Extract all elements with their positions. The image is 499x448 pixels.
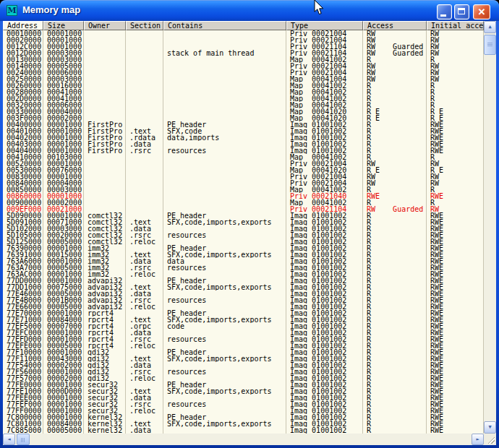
table-row[interactable]: 77F5600000001000gdi32.rsrcresourcesImag … bbox=[3, 369, 484, 375]
cell-owner: comctl32 bbox=[84, 212, 126, 219]
table-row[interactable]: 003F000000002000Map 00041020R ER E bbox=[3, 115, 484, 121]
table-row[interactable]: 0040400000001000FirstPro.rsrcresourcesIm… bbox=[3, 147, 484, 154]
table-row[interactable]: 77DD000000001000advapi32PE headerImag 01… bbox=[3, 277, 484, 284]
scroll-right-button[interactable]: ► bbox=[472, 434, 484, 445]
maximize-button[interactable] bbox=[454, 4, 469, 20]
table-row[interactable]: 7639100000015000imm32.textSFX,code,impor… bbox=[3, 251, 484, 258]
table-row[interactable]: 77EFC00000001000rpcrt4.dataImag 01001002… bbox=[3, 329, 484, 336]
table-row[interactable]: 77FE000000001000secur32PE headerImag 010… bbox=[3, 382, 484, 388]
table-row[interactable]: 0028000000041000Map 00041002RR bbox=[3, 89, 484, 95]
scroll-up-button[interactable]: ▲ bbox=[484, 21, 496, 33]
table-row[interactable]: 0040200000001000FirstPro.rdatadata,impor… bbox=[3, 134, 484, 141]
table-row[interactable]: 0002000000001000Priv 00021004RWRW bbox=[3, 37, 484, 43]
table-row[interactable]: 0040000000001000FirstProPE headerImag 01… bbox=[3, 121, 484, 128]
table-row[interactable]: 77DD100000075000advapi32.textSFX,code,im… bbox=[3, 284, 484, 290]
cell-initial-access: RWE bbox=[427, 336, 484, 343]
table-row[interactable]: 77EF500000007000rpcrt4.orpccodeImag 0100… bbox=[3, 323, 484, 329]
table-row[interactable]: 77FF000000001000secur32.relocImag 010010… bbox=[3, 408, 484, 414]
cell-contains: PE header bbox=[163, 277, 286, 284]
table-row[interactable]: 77E4600000005000advapi32.dataImag 010010… bbox=[3, 290, 484, 297]
column-header-access[interactable]: Access bbox=[363, 21, 427, 30]
column-header-owner[interactable]: Owner bbox=[84, 21, 126, 30]
table-row[interactable]: 009EF00000021000Priv 00021104RW GuardedR… bbox=[3, 206, 484, 212]
table-row[interactable]: 7639000000001000imm32PE headerImag 01001… bbox=[3, 245, 484, 251]
scroll-left-button[interactable]: ◄ bbox=[3, 434, 15, 445]
vertical-scrollbar[interactable]: ▲ ▼ bbox=[484, 21, 496, 434]
memory-map-window-icon[interactable]: M bbox=[7, 5, 17, 16]
table-row[interactable]: 0040100000001000FirstPro.textSFX,codeIma… bbox=[3, 128, 484, 134]
table-row[interactable]: 0012D00000003000stack of main threadPriv… bbox=[3, 50, 484, 56]
table-row[interactable]: 5D12500000005000comctl32.relocImag 01001… bbox=[3, 238, 484, 245]
table-row[interactable]: 77F5400000002000gdi32.dataImag 01001002R… bbox=[3, 362, 484, 369]
table-row[interactable]: 77FEE00000001000secur32.dataImag 0100100… bbox=[3, 395, 484, 401]
table-row[interactable]: 0025000000003000Map 00041004RWRW bbox=[3, 76, 484, 82]
table-row[interactable]: 0013000000003000Map 00041002RR bbox=[3, 56, 484, 63]
table-row[interactable]: 7C88500000005000kernel32.dataImag 010010… bbox=[3, 427, 484, 434]
table-row[interactable]: 7C80000000001000kernel32PE headerImag 01… bbox=[3, 414, 484, 421]
horizontal-scrollbar-thumb[interactable] bbox=[17, 434, 30, 445]
cell-contains bbox=[163, 290, 286, 297]
column-header-contains[interactable]: Contains bbox=[163, 21, 286, 30]
table-row[interactable]: 77EFE00000005000rpcrt4.relocImag 0100100… bbox=[3, 343, 484, 349]
table-row[interactable]: 77F5700000002000gdi32.relocImag 01001002… bbox=[3, 375, 484, 382]
table-row[interactable]: 0086000000001000Priv 00021040RWERWE bbox=[3, 193, 484, 199]
table-row[interactable]: 77E4B0000001B000advapi32.rsrcresourcesIm… bbox=[3, 297, 484, 303]
table-row[interactable]: 0012C00000001000Priv 00021104RW GuardedR… bbox=[3, 43, 484, 50]
vertical-scrollbar-thumb[interactable] bbox=[484, 35, 496, 55]
table-row[interactable]: 0024000000006000Priv 00021004RWRW bbox=[3, 69, 484, 76]
table-row[interactable]: 0053000000076000Map 00041020R ER E bbox=[3, 167, 484, 173]
resize-grip[interactable] bbox=[484, 434, 496, 445]
cell-contains bbox=[163, 193, 286, 199]
table-row[interactable]: 0033000000004000Map 00041020R ER E bbox=[3, 108, 484, 115]
table-row[interactable]: 0014000000005000Priv 00021004RWRW bbox=[3, 63, 484, 69]
table-row[interactable]: 0001000000001000Priv 00021004RWRW bbox=[3, 30, 484, 37]
table-row[interactable]: 77FE10000000D000secur32.textSFX,code,imp… bbox=[3, 388, 484, 395]
table-row[interactable]: 0083000000001000Priv 00021004RWRW bbox=[3, 173, 484, 180]
cell-section bbox=[126, 206, 163, 212]
close-button[interactable]: ✕ bbox=[473, 4, 490, 20]
scroll-down-button[interactable]: ▼ bbox=[484, 421, 496, 434]
table-row[interactable]: 0026000000016000Map 00041002RR bbox=[3, 82, 484, 89]
cell-access: R bbox=[363, 199, 427, 206]
table-row[interactable]: 0032000000006000Map 00041002RR bbox=[3, 102, 484, 108]
table-row[interactable]: 763A700000005000imm32.rsrcresourcesImag … bbox=[3, 264, 484, 271]
cell-access: R bbox=[363, 395, 427, 401]
table-row[interactable]: 7C80100000084000kernel32.textSFX,code,im… bbox=[3, 421, 484, 427]
table-row[interactable]: 763A600000001000imm32.datadataImag 01001… bbox=[3, 258, 484, 264]
table-row[interactable]: 0085000000003000Map 00041002RR bbox=[3, 186, 484, 193]
column-header-size[interactable]: Size bbox=[43, 21, 84, 30]
table-row[interactable]: 5D09000000001000comctl32PE headerImag 01… bbox=[3, 212, 484, 219]
table-row[interactable]: 5D09100000071000comctl32.textSFX,code,im… bbox=[3, 219, 484, 225]
table-row[interactable]: 77F1100000043000gdi32.textSFX,code,impor… bbox=[3, 356, 484, 362]
table-row[interactable]: 0041000000103000Map 00041002RR bbox=[3, 154, 484, 160]
horizontal-scrollbar[interactable]: ◄ ► bbox=[3, 434, 484, 445]
table-row[interactable]: 77FEF00000001000secur32.rsrcresourcesIma… bbox=[3, 401, 484, 408]
column-header-section[interactable]: Section bbox=[126, 21, 163, 30]
table-row[interactable]: 5D10200000003000comctl32.dataImag 010010… bbox=[3, 225, 484, 232]
table-row[interactable]: 77E7000000001000rpcrt4PE headerImag 0100… bbox=[3, 310, 484, 316]
title-bar[interactable]: M Memory map ✕ bbox=[0, 0, 499, 21]
column-header-type[interactable]: Type bbox=[286, 21, 363, 30]
cell-access: R bbox=[363, 336, 427, 343]
table-row[interactable]: 0052000000001000Priv 00021004RWRW bbox=[3, 160, 484, 167]
cell-initial-access: RWE bbox=[427, 245, 484, 251]
table-row[interactable]: 0084000000004000Priv 00021004RWRW bbox=[3, 180, 484, 186]
table-row[interactable]: 002D000000041000Map 00041002RR bbox=[3, 95, 484, 102]
table-row[interactable]: 5D10500000020000comctl32.rsrcresourcesIm… bbox=[3, 232, 484, 238]
table-row[interactable]: 0040300000001000FirstPro.dataImag 010010… bbox=[3, 141, 484, 147]
cell-section: .data bbox=[126, 290, 163, 297]
table-row[interactable]: 77E6600000005000advapi32.relocImag 01001… bbox=[3, 303, 484, 310]
cell-section: .rsrc bbox=[126, 297, 163, 303]
table-row[interactable]: 763AC00000001000imm32.relocImag 01001002… bbox=[3, 271, 484, 277]
cell-size: 00076000 bbox=[43, 167, 84, 173]
table-row[interactable]: 0090000000002000Map 00041002RR bbox=[3, 199, 484, 206]
table-row[interactable]: 77EFD00000001000rpcrt4.rsrcresourcesImag… bbox=[3, 336, 484, 343]
cell-owner: gdi32 bbox=[84, 375, 126, 382]
table-row[interactable]: 77E7100000084000rpcrt4.textSFX,code,impo… bbox=[3, 316, 484, 323]
column-header-initial-access[interactable]: Initial access bbox=[427, 21, 484, 30]
cell-contains bbox=[163, 141, 286, 147]
column-header-address[interactable]: Address bbox=[3, 21, 43, 30]
minimize-button[interactable] bbox=[437, 4, 452, 20]
cell-owner: rpcrt4 bbox=[84, 323, 126, 329]
table-row[interactable]: 77F1000000001000gdi32PE headerImag 01001… bbox=[3, 349, 484, 356]
